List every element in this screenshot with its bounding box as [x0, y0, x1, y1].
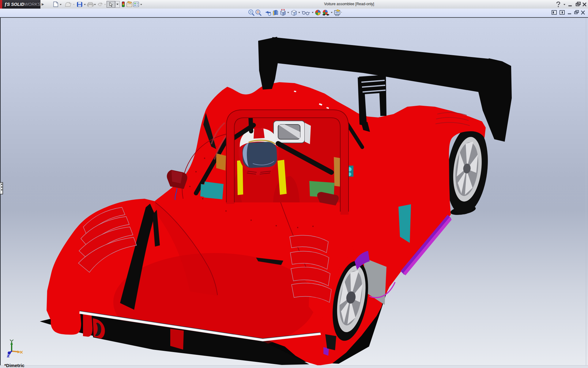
- svg-text:*Dimetric: *Dimetric: [4, 363, 24, 368]
